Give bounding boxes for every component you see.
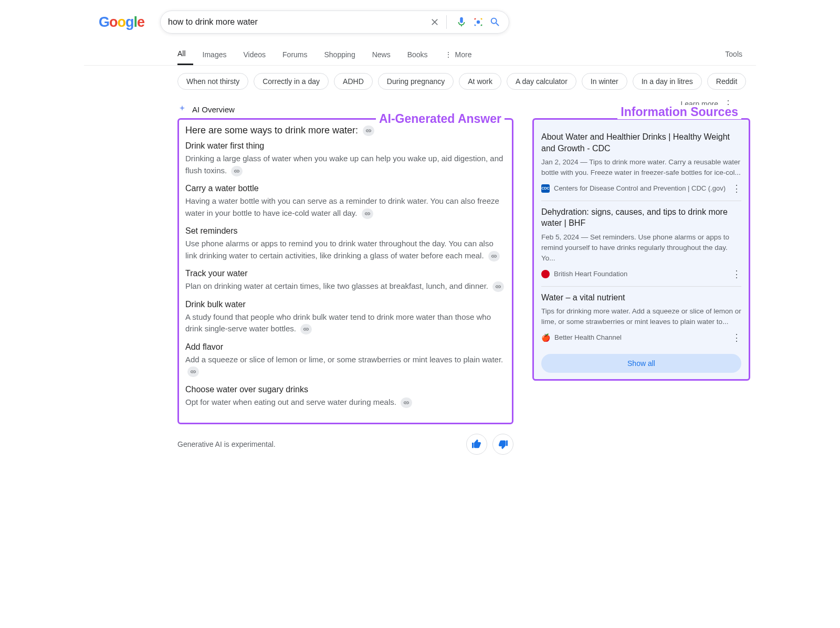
chip[interactable]: A day calculator [507,73,576,90]
section-title: Set reminders [185,226,506,236]
source-snippet: Tips for drinking more water. Add a sque… [541,306,741,328]
voice-search-icon[interactable] [455,16,468,28]
answer-section: Carry a water bottleHaving a water bottl… [179,184,512,226]
google-logo[interactable]: Google [99,14,144,30]
citation-icon[interactable] [300,324,312,334]
ai-answer-panel: AI-Generated Answer Here are some ways t… [177,118,513,424]
apple-favicon: 🍎 [541,333,550,342]
citation-icon[interactable] [363,125,374,136]
source-snippet: Jan 2, 2024 — Tips to drink more water. … [541,157,741,179]
source-overflow-icon[interactable]: ⋮ [732,268,741,280]
search-input[interactable] [168,17,424,27]
tab-videos[interactable]: Videos [243,44,273,65]
answer-intro: Here are some ways to drink more water: [185,125,358,135]
source-title: Water – a vital nutrient [541,292,741,303]
citation-icon[interactable] [362,208,373,219]
search-icon[interactable] [489,16,501,28]
section-title: Carry a water bottle [185,184,506,193]
chip[interactable]: ADHD [334,73,373,90]
tab-forums[interactable]: Forums [282,44,314,65]
answer-section: Drink bulk waterA study found that peopl… [179,300,512,342]
chip[interactable]: At work [459,73,501,90]
tab-images[interactable]: Images [203,44,234,65]
section-title: Drink bulk water [185,300,506,309]
tab-shopping[interactable]: Shopping [324,44,363,65]
ai-overview-label: AI Overview [192,105,235,114]
section-title: Choose water over sugary drinks [185,385,506,394]
divider [446,15,447,29]
source-snippet: Feb 5, 2024 — Set reminders. Use phone a… [541,232,741,264]
answer-section: Choose water over sugary drinksOpt for w… [179,385,512,416]
source-title: About Water and Healthier Drinks | Healt… [541,131,741,154]
source-site: Better Health Channel [554,333,622,341]
source-overflow-icon[interactable]: ⋮ [732,183,741,194]
chip[interactable]: Correctly in a day [254,73,329,90]
citation-icon[interactable] [488,251,500,261]
tab-more[interactable]: ⋮ More [445,44,479,65]
chip[interactable]: In a day in litres [633,73,702,90]
annotation-sources: Information Sources [617,105,741,119]
thumbs-down-button[interactable] [492,434,513,455]
section-title: Track your water [185,269,506,278]
source-item[interactable]: Water – a vital nutrientTips for drinkin… [541,287,741,350]
chip[interactable]: When not thirsty [177,73,248,90]
source-item[interactable]: About Water and Healthier Drinks | Healt… [541,126,741,201]
annotation-answer: AI-Generated Answer [376,112,505,126]
sources-panel: Information Sources About Water and Heal… [532,118,750,381]
thumbs-up-button[interactable] [466,434,487,455]
answer-section: Add flavorAdd a squeeze or slice of lemo… [179,342,512,385]
chip[interactable]: Reddit [707,73,746,90]
refinement-chips: When not thirsty Correctly in a day ADHD… [84,66,756,97]
section-title: Add flavor [185,342,506,352]
sparkle-icon [177,104,187,114]
section-body: Having a water bottle with you can serve… [185,195,506,219]
show-all-button[interactable]: Show all [541,354,741,373]
cdc-favicon: CDC [541,184,550,193]
section-body: Use phone alarms or apps to remind you t… [185,238,506,261]
source-site: Centers for Disease Control and Preventi… [554,184,726,192]
citation-icon[interactable] [187,367,199,377]
answer-section: Track your waterPlan on drinking water a… [179,269,512,300]
answer-section: Set remindersUse phone alarms or apps to… [179,226,512,269]
bhf-favicon [541,270,550,278]
more-icon: ⋮ [445,50,452,59]
section-body: A study found that people who drink bulk… [185,311,506,335]
source-title: Dehydration: signs, causes, and tips to … [541,206,741,229]
chip[interactable]: In winter [582,73,627,90]
chip[interactable]: During pregnancy [378,73,454,90]
clear-icon[interactable] [428,16,441,28]
tools-button[interactable]: Tools [725,50,742,58]
section-title: Drink water first thing [185,141,506,151]
search-bar [160,11,509,34]
tab-all[interactable]: All [177,43,193,65]
source-site: British Heart Foundation [554,270,627,278]
experimental-notice: Generative AI is experimental. [177,440,276,448]
answer-section: Drink water first thingDrinking a large … [179,141,512,184]
section-body: Plan on drinking water at certain times,… [185,280,506,292]
tab-news[interactable]: News [372,44,398,65]
citation-icon[interactable] [231,166,243,176]
section-body: Drinking a large glass of water when you… [185,153,506,176]
svg-point-0 [477,20,480,24]
source-overflow-icon[interactable]: ⋮ [732,332,741,343]
lens-icon[interactable] [472,16,485,28]
section-body: Add a squeeze or slice of lemon or lime,… [185,354,506,378]
search-tabs: All Images Videos Forums Shopping News B… [84,43,756,66]
tab-books[interactable]: Books [407,44,435,65]
citation-icon[interactable] [492,281,504,292]
citation-icon[interactable] [401,397,412,408]
section-body: Opt for water when eating out and serve … [185,396,506,409]
source-item[interactable]: Dehydration: signs, causes, and tips to … [541,201,741,287]
